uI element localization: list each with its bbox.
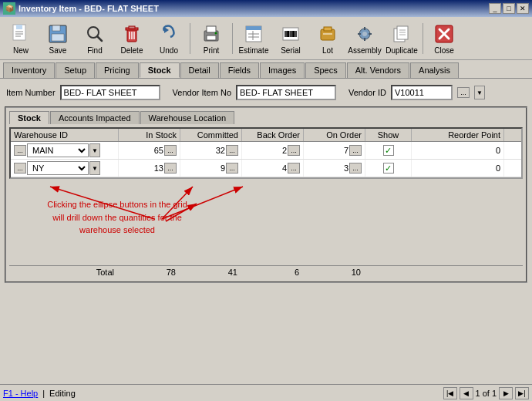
sub-tab-stock[interactable]: Stock — [9, 111, 49, 124]
new-button[interactable]: New — [3, 19, 39, 57]
vendor-id-dropdown[interactable]: ▼ — [474, 86, 485, 99]
new-label: New — [13, 46, 29, 55]
content-area: Item Number Vendor Item No Vendor ID ...… — [0, 79, 532, 286]
tab-setup[interactable]: Setup — [56, 62, 95, 78]
warehouse-id-cell-ny: ... NY ▼ — [11, 160, 119, 177]
print-icon — [199, 22, 224, 46]
undo-icon — [157, 22, 181, 46]
tab-inventory[interactable]: Inventory — [3, 62, 55, 78]
stock-grid: Warehouse ID In Stock Committed Back Ord… — [9, 127, 523, 179]
tab-analysis[interactable]: Analysis — [410, 62, 459, 78]
print-button[interactable]: Print — [194, 19, 229, 57]
committed-value-main: 32 — [216, 146, 225, 155]
sub-tab-warehouse-location[interactable]: Warehouse Location — [140, 111, 235, 124]
close-label: Close — [434, 46, 454, 55]
svg-point-38 — [362, 32, 367, 36]
backorder-cell-ny: 4 ... — [242, 160, 304, 177]
page-number: 1 — [476, 389, 480, 398]
total-in-stock: 78 — [117, 266, 179, 278]
prev-page-button[interactable]: ◀ — [460, 387, 473, 399]
onorder-cell-ny: 3 ... — [304, 160, 365, 177]
annotation-text: Clicking the ellipse buttons in the grid… — [32, 198, 202, 237]
tab-pricing[interactable]: Pricing — [96, 62, 139, 78]
estimate-button[interactable]: Estimate — [236, 19, 271, 57]
svg-rect-12 — [129, 26, 135, 29]
show-checkbox-ny[interactable] — [383, 163, 394, 174]
sub-tab-accounts-impacted[interactable]: Accounts Impacted — [50, 111, 140, 124]
item-number-input[interactable] — [60, 85, 160, 100]
main-tab-bar: Inventory Setup Pricing Stock Detail Fie… — [0, 60, 532, 79]
backorder-value-ny: 4 — [282, 163, 287, 173]
next-page-button[interactable]: ▶ — [499, 387, 513, 399]
show-checkbox-main[interactable] — [383, 145, 394, 156]
svg-point-20 — [215, 32, 217, 35]
form-row: Item Number Vendor Item No Vendor ID ...… — [5, 82, 527, 103]
svg-rect-22 — [246, 26, 261, 30]
reorder-value-ny: 0 — [496, 163, 500, 173]
last-page-button[interactable]: ▶| — [515, 387, 529, 399]
onorder-ellipse-main[interactable]: ... — [349, 145, 362, 156]
save-label: Save — [49, 46, 67, 55]
item-number-label: Item Number — [6, 88, 56, 97]
warehouse-select-main[interactable]: MAIN — [27, 143, 89, 157]
svg-rect-19 — [207, 35, 216, 40]
vendor-item-no-input[interactable] — [236, 85, 336, 100]
delete-button[interactable]: Delete — [114, 19, 150, 57]
annotation-area: Clicking the ellipse buttons in the grid… — [9, 179, 523, 264]
assembly-button[interactable]: Assembly — [347, 19, 382, 57]
navigation-controls: |◀ ◀ 1 of 1 ▶ ▶| — [443, 387, 529, 399]
col-on-order: On Order — [304, 129, 365, 141]
warehouse-select-ny[interactable]: NY — [27, 161, 89, 175]
tab-fields[interactable]: Fields — [220, 62, 259, 78]
lot-button[interactable]: Lot — [310, 19, 345, 57]
backorder-ellipse-main[interactable]: ... — [288, 145, 300, 156]
col-committed: Committed — [180, 129, 242, 141]
backorder-ellipse-ny[interactable]: ... — [288, 163, 300, 174]
help-link[interactable]: F1 - Help — [3, 389, 38, 398]
vendor-id-ellipse-button[interactable]: ... — [457, 87, 470, 98]
tab-stock[interactable]: Stock — [140, 62, 180, 78]
delete-icon — [120, 22, 144, 46]
tab-specs[interactable]: Specs — [305, 62, 346, 78]
svg-rect-18 — [207, 26, 216, 32]
committed-value-ny: 9 — [221, 163, 225, 173]
onorder-ellipse-ny[interactable]: ... — [349, 163, 362, 174]
assembly-label: Assembly — [348, 46, 381, 55]
committed-ellipse-ny[interactable]: ... — [226, 163, 238, 174]
close-button[interactable]: Close — [426, 19, 462, 57]
col-back-order: Back Order — [242, 129, 304, 141]
undo-button[interactable]: Undo — [151, 19, 187, 57]
find-button[interactable]: Find — [77, 19, 113, 57]
svg-rect-6 — [52, 25, 60, 31]
edit-mode: Editing — [49, 389, 76, 398]
title-bar: 📦 Inventory Item - BED- FLAT SHEET _ □ ✕ — [0, 0, 532, 17]
in-stock-ellipse-main[interactable]: ... — [164, 145, 177, 156]
tab-detail[interactable]: Detail — [180, 62, 219, 78]
vendor-id-label: Vendor ID — [348, 88, 386, 97]
committed-ellipse-main[interactable]: ... — [226, 145, 238, 156]
sub-tab-bar: Stock Accounts Impacted Warehouse Locati… — [9, 111, 523, 124]
vendor-id-input[interactable] — [391, 85, 453, 100]
duplicate-button[interactable]: Duplicate — [384, 19, 419, 57]
show-cell-main — [365, 142, 412, 159]
in-stock-value-main: 65 — [154, 146, 163, 155]
close-window-button[interactable]: ✕ — [517, 3, 529, 14]
toolbar-separator-3 — [423, 23, 423, 54]
svg-rect-35 — [324, 27, 332, 31]
serial-button[interactable]: Serial — [273, 19, 308, 57]
maximize-button[interactable]: □ — [503, 3, 515, 14]
tab-alt-vendors[interactable]: Alt. Vendors — [347, 62, 409, 78]
delete-label: Delete — [121, 46, 143, 55]
svg-line-9 — [97, 36, 102, 41]
svg-rect-7 — [52, 34, 64, 41]
in-stock-ellipse-ny[interactable]: ... — [164, 163, 177, 174]
warehouse-ellipse-ny[interactable]: ... — [14, 163, 26, 174]
warehouse-dropdown-arrow-ny[interactable]: ▼ — [89, 161, 100, 175]
minimize-button[interactable]: _ — [489, 3, 501, 14]
warehouse-ellipse-main[interactable]: ... — [14, 145, 26, 156]
in-stock-cell-ny: 13 ... — [119, 160, 180, 177]
save-button[interactable]: Save — [40, 19, 76, 57]
tab-images[interactable]: Images — [260, 62, 305, 78]
first-page-button[interactable]: |◀ — [443, 387, 457, 399]
warehouse-dropdown-arrow-main[interactable]: ▼ — [89, 143, 100, 157]
